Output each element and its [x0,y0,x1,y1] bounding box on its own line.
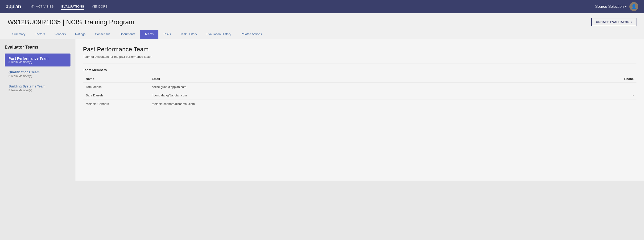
team-item-qualifications[interactable]: Qualifications Team 3 Team Member(s) [5,68,70,81]
update-evaluators-button[interactable]: UPDATE EVALUATORS [591,18,636,26]
page-header: W912BU09R1035 | NCIS Training Program UP… [0,13,644,39]
detail-team-title: Past Performance Team [83,46,636,53]
tab-ratings[interactable]: Ratings [70,30,90,39]
col-header-phone: Phone [243,75,636,83]
member-email: celine.guan@appian.com [149,83,243,91]
team-name: Past Performance Team [8,56,67,60]
tab-task-history[interactable]: Task History [176,30,202,39]
source-selection-label: Source Selection [595,4,624,9]
avatar[interactable]: 👤 [630,2,638,11]
team-detail-panel: Past Performance Team Team of evaluators… [76,39,644,180]
page-title-row: W912BU09R1035 | NCIS Training Program UP… [8,18,636,26]
member-email: melanie.connors@noemail.com [149,100,243,108]
topnav-right: Source Selection ▾ 👤 [595,2,638,11]
member-email: huong.dang@appian.com [149,91,243,100]
member-phone: - [243,100,636,108]
team-item-building-systems[interactable]: Building Systems Team 3 Team Member(s) [5,82,70,95]
nav-links: MY ACTIVITIES EVALUATIONS VENDORS [30,4,595,10]
tab-evaluation-history[interactable]: Evaluation History [202,30,236,39]
table-row: Tom Meese celine.guan@appian.com - [83,83,636,91]
tab-bar: Summary Factors Vendors Ratings Consensu… [8,30,636,39]
divider [83,63,636,64]
team-members-count: 3 Team Member(s) [8,74,67,78]
table-row: Sara Daniels huong.dang@appian.com - [83,91,636,100]
tab-teams[interactable]: Teams [140,30,158,39]
member-phone: - [243,83,636,91]
col-header-name: Name [83,75,149,83]
member-name: Tom Meese [83,83,149,91]
team-members-header: Team Members [83,68,636,72]
chevron-down-icon: ▾ [625,5,626,8]
avatar-icon: 👤 [631,4,636,9]
sidebar-title: Evaluator Teams [5,45,70,50]
col-header-email: Email [149,75,243,83]
tab-documents[interactable]: Documents [115,30,140,39]
team-members-count: 3 Team Member(s) [8,60,67,64]
tab-vendors[interactable]: Vendors [50,30,70,39]
member-phone: - [243,91,636,100]
evaluator-teams-sidebar: Evaluator Teams Past Performance Team 3 … [0,39,76,180]
member-name: Sara Daniels [83,91,149,100]
team-name: Building Systems Team [8,84,67,88]
members-table: Name Email Phone Tom Meese celine.guan@a… [83,75,636,108]
appian-logo: appian [6,4,21,10]
page-title: W912BU09R1035 | NCIS Training Program [8,18,134,26]
tab-factors[interactable]: Factors [30,30,50,39]
team-item-past-performance[interactable]: Past Performance Team 3 Team Member(s) [5,54,70,66]
tab-related-actions[interactable]: Related Actions [236,30,266,39]
tab-summary[interactable]: Summary [8,30,30,39]
tab-tasks[interactable]: Tasks [158,30,176,39]
top-navigation: appian MY ACTIVITIES EVALUATIONS VENDORS… [0,0,644,13]
table-row: Melanie Connors melanie.connors@noemail.… [83,100,636,108]
nav-evaluations[interactable]: EVALUATIONS [61,4,84,10]
member-name: Melanie Connors [83,100,149,108]
team-name: Qualifications Team [8,70,67,74]
main-content: Evaluator Teams Past Performance Team 3 … [0,39,644,180]
tab-consensus[interactable]: Consensus [90,30,115,39]
nav-my-activities[interactable]: MY ACTIVITIES [30,4,54,10]
nav-vendors[interactable]: VENDORS [92,4,108,10]
team-members-count: 3 Team Member(s) [8,89,67,92]
detail-description: Team of evaluators for the past performa… [83,55,636,58]
source-selection-dropdown[interactable]: Source Selection ▾ [595,4,626,9]
